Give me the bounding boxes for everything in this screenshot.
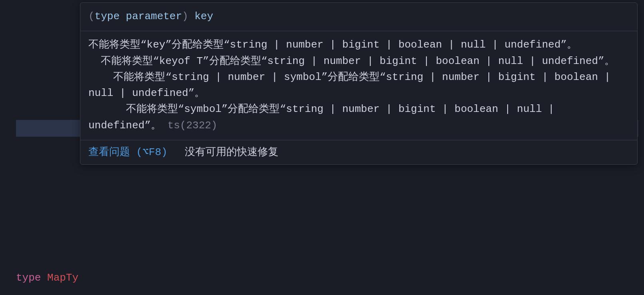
- sig-paren-open: (: [88, 10, 95, 22]
- code-line[interactable]: [16, 186, 460, 203]
- indent: [88, 103, 126, 115]
- hover-tooltip[interactable]: (type parameter) key 不能将类型“key”分配给类型“str…: [80, 2, 638, 165]
- indent: [88, 55, 101, 67]
- view-problem-link[interactable]: 查看问题 (⌥F8): [88, 146, 168, 158]
- msg-line-4: 不能将类型“symbol”分配给类型“string | number | big…: [88, 103, 561, 131]
- indent: [88, 71, 113, 83]
- type-name: MapTy: [47, 272, 78, 284]
- msg-line-1: 不能将类型“key”分配给类型“string | number | bigint…: [88, 39, 577, 51]
- ts-error-code: ts(2322): [168, 120, 218, 132]
- msg-line-2: 不能将类型“keyof T”分配给类型“string | number | bi…: [101, 55, 615, 67]
- sig-kind: type parameter: [95, 10, 182, 22]
- code-line[interactable]: type MapTy: [16, 270, 460, 287]
- keyword-type: type: [16, 272, 41, 284]
- sig-name: key: [194, 10, 213, 22]
- no-quickfix-label: 没有可用的快速修复: [185, 146, 278, 158]
- hover-footer: 查看问题 (⌥F8) 没有可用的快速修复: [80, 140, 637, 164]
- msg-line-3: 不能将类型“string | number | symbol”分配给类型“str…: [88, 71, 617, 99]
- sig-paren-close: ): [182, 10, 194, 22]
- hover-error-message: 不能将类型“key”分配给类型“string | number | bigint…: [80, 31, 637, 140]
- hover-signature: (type parameter) key: [80, 3, 637, 31]
